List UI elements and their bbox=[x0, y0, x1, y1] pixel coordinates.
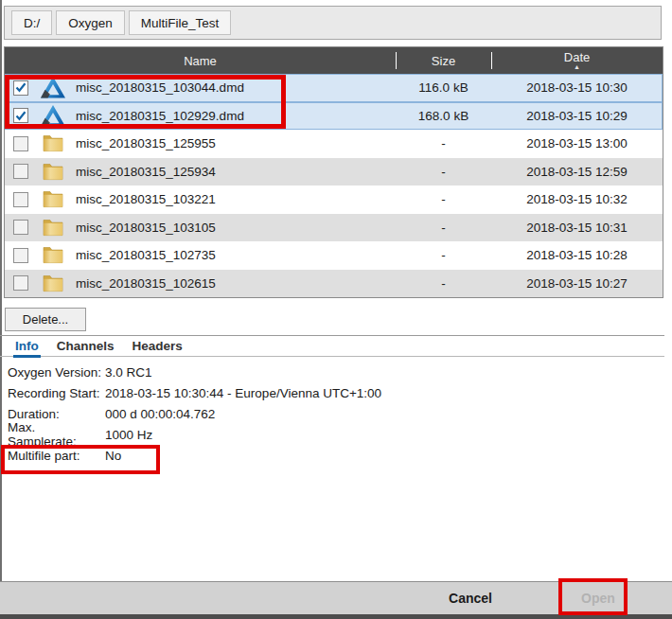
tab-channels[interactable]: Channels bbox=[57, 339, 115, 355]
file-date: 2018-03-15 10:32 bbox=[491, 192, 663, 206]
column-header-date-label: Date bbox=[564, 52, 590, 63]
row-checkbox-checked[interactable] bbox=[13, 108, 28, 123]
footer-bar: Cancel Open bbox=[0, 581, 672, 614]
file-date: 2018-03-15 10:27 bbox=[491, 276, 663, 291]
file-name: misc_20180315_103105 bbox=[76, 221, 216, 235]
breadcrumb-item-oxygen[interactable]: Oxygen bbox=[56, 10, 125, 35]
info-line: Multifile part:No bbox=[8, 445, 575, 466]
info-label: Recording Start: bbox=[8, 386, 105, 400]
info-label: Multifile part: bbox=[8, 449, 105, 463]
open-button[interactable]: Open bbox=[575, 582, 621, 614]
table-header: Name Size Date ▲ bbox=[5, 47, 663, 74]
table-row[interactable]: misc_20180315_102929.dmd168.0 kB2018-03-… bbox=[5, 102, 663, 131]
table-row[interactable]: misc_20180315_102735-2018-03-15 10:28 bbox=[5, 241, 663, 270]
row-checkbox[interactable] bbox=[13, 136, 28, 151]
file-name: misc_20180315_102929.dmd bbox=[76, 109, 244, 123]
column-header-size[interactable]: Size bbox=[396, 47, 491, 74]
file-name: misc_20180315_102615 bbox=[76, 276, 216, 291]
file-name: misc_20180315_125934 bbox=[76, 165, 216, 179]
checkmark-icon bbox=[15, 111, 27, 121]
info-panel: Oxygen Version:3.0 RC1Recording Start:20… bbox=[8, 362, 575, 466]
footer-dark-strip bbox=[0, 614, 672, 619]
breadcrumb: D:/ Oxygen MultiFile_Test bbox=[4, 6, 662, 40]
column-header-name[interactable]: Name bbox=[5, 47, 396, 74]
file-date: 2018-03-15 10:29 bbox=[491, 109, 663, 123]
row-checkbox[interactable] bbox=[13, 275, 28, 291]
table-row[interactable]: misc_20180315_125955-2018-03-15 13:00 bbox=[5, 130, 663, 158]
file-date: 2018-03-15 10:31 bbox=[491, 221, 663, 235]
folder-icon bbox=[43, 219, 63, 237]
info-value: 1000 Hz bbox=[105, 428, 152, 442]
breadcrumb-item-multifile-test[interactable]: MultiFile_Test bbox=[129, 10, 232, 35]
file-size: - bbox=[396, 136, 491, 150]
file-size: - bbox=[396, 165, 491, 179]
row-name-cell: misc_20180315_125934 bbox=[5, 158, 396, 186]
folder-icon bbox=[41, 216, 65, 239]
dewetron-file-icon bbox=[41, 77, 65, 98]
info-value: No bbox=[105, 449, 121, 463]
delete-button[interactable]: Delete... bbox=[5, 308, 86, 331]
row-checkbox-checked[interactable] bbox=[13, 80, 28, 96]
cancel-button[interactable]: Cancel bbox=[443, 582, 498, 614]
dewetron-file-icon bbox=[41, 105, 65, 127]
row-checkbox[interactable] bbox=[13, 192, 28, 207]
breadcrumb-item-drive[interactable]: D:/ bbox=[11, 10, 52, 35]
table-row[interactable]: misc_20180315_103044.dmd116.0 kB2018-03-… bbox=[5, 74, 663, 102]
file-open-dialog: D:/ Oxygen MultiFile_Test Name Size Date… bbox=[0, 0, 672, 619]
row-name-cell: misc_20180315_103221 bbox=[5, 186, 396, 214]
file-name: misc_20180315_103044.dmd bbox=[76, 80, 244, 95]
row-name-cell: misc_20180315_102735 bbox=[5, 241, 396, 270]
row-name-cell: misc_20180315_125955 bbox=[5, 130, 396, 158]
row-checkbox[interactable] bbox=[13, 220, 28, 235]
table-row[interactable]: misc_20180315_103221-2018-03-15 10:32 bbox=[5, 186, 663, 214]
file-date: 2018-03-15 10:30 bbox=[491, 80, 663, 95]
file-name: misc_20180315_102735 bbox=[76, 248, 216, 262]
detail-tabs: InfoChannelsHeaders bbox=[0, 337, 664, 357]
file-size: - bbox=[396, 221, 491, 235]
row-checkbox[interactable] bbox=[13, 248, 28, 263]
table-row[interactable]: misc_20180315_103105-2018-03-15 10:31 bbox=[5, 214, 663, 242]
checkmark-icon bbox=[15, 82, 27, 93]
folder-icon bbox=[43, 163, 63, 181]
tab-headers[interactable]: Headers bbox=[133, 339, 183, 355]
info-value: 2018-03-15 10:30:44 - Europe/Vienna UTC+… bbox=[105, 386, 381, 400]
separator-line bbox=[0, 335, 664, 336]
column-header-date[interactable]: Date ▲ bbox=[491, 47, 663, 74]
folder-icon bbox=[41, 244, 65, 267]
folder-icon bbox=[41, 133, 65, 155]
info-label: Duration: bbox=[8, 407, 105, 421]
file-table: Name Size Date ▲ misc_20180315_103044.dm… bbox=[4, 46, 663, 298]
sort-ascending-icon: ▲ bbox=[574, 63, 580, 70]
dewetron-file-icon bbox=[41, 104, 65, 127]
file-size: 168.0 kB bbox=[396, 109, 491, 123]
table-row[interactable]: misc_20180315_125934-2018-03-15 12:59 bbox=[5, 158, 663, 186]
folder-icon bbox=[43, 246, 63, 264]
file-size: - bbox=[396, 276, 491, 291]
file-date: 2018-03-15 12:59 bbox=[491, 165, 663, 179]
folder-icon bbox=[41, 188, 65, 211]
file-size: 116.0 kB bbox=[396, 80, 491, 95]
info-line: Max. Samplerate:1000 Hz bbox=[8, 424, 575, 445]
table-body: misc_20180315_103044.dmd116.0 kB2018-03-… bbox=[5, 74, 663, 297]
table-row[interactable]: misc_20180315_102615-2018-03-15 10:27 bbox=[5, 270, 663, 298]
info-value: 000 d 00:00:04.762 bbox=[105, 407, 215, 421]
row-name-cell: misc_20180315_102929.dmd bbox=[5, 102, 396, 131]
row-name-cell: misc_20180315_103044.dmd bbox=[5, 74, 396, 102]
dewetron-file-icon bbox=[41, 77, 65, 99]
row-checkbox[interactable] bbox=[13, 164, 28, 179]
tab-info[interactable]: Info bbox=[15, 339, 39, 355]
folder-icon bbox=[43, 134, 63, 152]
folder-icon bbox=[41, 272, 65, 294]
file-name: misc_20180315_125955 bbox=[76, 136, 216, 150]
window-left-border bbox=[0, 0, 2, 581]
folder-icon bbox=[43, 274, 63, 292]
file-name: misc_20180315_103221 bbox=[76, 192, 216, 206]
row-name-cell: misc_20180315_102615 bbox=[5, 270, 396, 298]
row-name-cell: misc_20180315_103105 bbox=[5, 214, 396, 242]
file-date: 2018-03-15 13:00 bbox=[491, 136, 663, 150]
info-value: 3.0 RC1 bbox=[105, 365, 152, 380]
info-line: Oxygen Version:3.0 RC1 bbox=[8, 362, 575, 382]
info-label: Oxygen Version: bbox=[8, 365, 105, 380]
info-label: Max. Samplerate: bbox=[8, 420, 105, 449]
file-date: 2018-03-15 10:28 bbox=[491, 248, 663, 262]
